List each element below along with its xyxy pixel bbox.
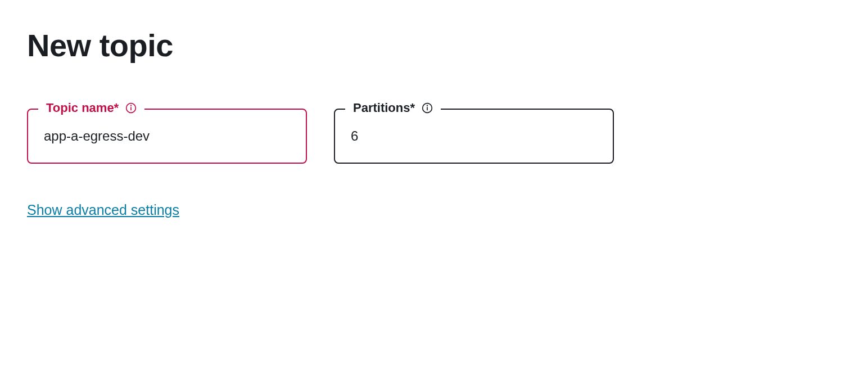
show-advanced-settings-link[interactable]: Show advanced settings [27, 202, 179, 218]
info-icon[interactable] [125, 102, 137, 114]
topic-name-label: Topic name* [38, 101, 144, 115]
page-title: New topic [27, 27, 841, 64]
svg-point-2 [131, 105, 132, 106]
partitions-field-wrap: Partitions* [334, 109, 614, 164]
topic-name-field-wrap: Topic name* [27, 109, 307, 164]
form-row: Topic name* Partitions* [27, 109, 841, 164]
partitions-label: Partitions* [345, 101, 441, 115]
topic-name-label-text: Topic name* [46, 101, 119, 115]
topic-name-input[interactable] [27, 109, 307, 164]
info-icon[interactable] [422, 102, 433, 114]
svg-point-5 [427, 105, 428, 106]
partitions-label-text: Partitions* [353, 101, 415, 115]
partitions-input[interactable] [334, 109, 614, 164]
